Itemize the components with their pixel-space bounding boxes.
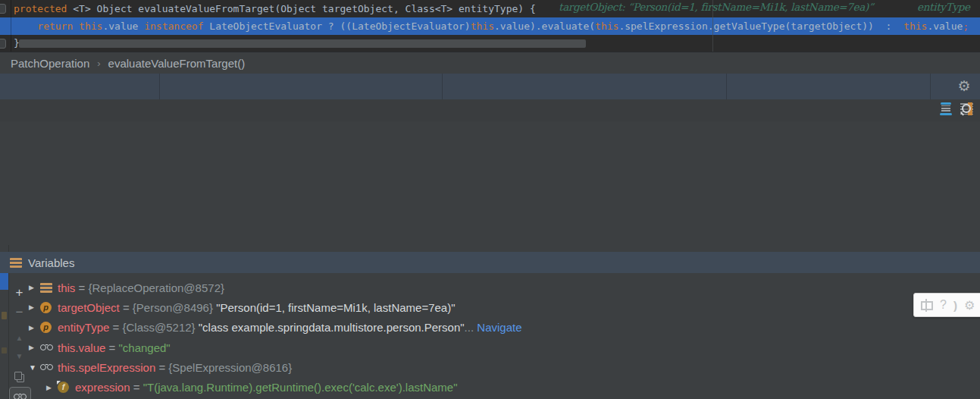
breadcrumb-item-class[interactable]: PatchOperation xyxy=(11,57,89,70)
variable-row-this[interactable]: ▶this = {ReplaceOperation@8572} xyxy=(29,278,980,297)
code-line[interactable]: } xyxy=(14,35,20,52)
variable-value: "Person(id=1, firstName=Mi1k, lastName=7… xyxy=(216,301,455,314)
variable-name: entityType xyxy=(58,321,109,334)
expand-arrow-icon[interactable]: ▶ xyxy=(46,384,58,391)
variable-row-entityType[interactable]: ▶pentityType = {Class@5212} "class examp… xyxy=(29,318,980,338)
debugger-toolbar: ⚙ xyxy=(0,74,980,99)
toolbar-divider xyxy=(159,74,160,99)
variable-value: {SpelExpression@8616} xyxy=(168,361,292,374)
toolbar-divider xyxy=(442,74,443,99)
variable-value: "T(java.lang.Runtime).getRuntime().exec(… xyxy=(143,381,458,394)
breadcrumb-item-method[interactable]: evaluateValueFromTarget() xyxy=(108,57,246,70)
inline-debugger-hint: targetObject: “Person(id=1, firstName=Mi… xyxy=(559,1,874,17)
code-token: this xyxy=(79,20,102,32)
threads-view-icon[interactable] xyxy=(939,102,953,115)
variables-tab-label: Variables xyxy=(28,256,74,269)
show-watches-toggle[interactable] xyxy=(9,387,31,399)
width-mode-moon-icon[interactable]: ) xyxy=(953,299,957,312)
variable-value: "changed" xyxy=(118,341,170,354)
inline-debugger-hint: entityType xyxy=(917,1,970,17)
code-editor: protected <T> Object evaluateValueFromTa… xyxy=(0,0,980,52)
variable-name: this xyxy=(58,281,75,294)
ime-status-bar: ? ) ⚙ xyxy=(913,293,980,317)
glasses-icon xyxy=(14,394,27,399)
variable-name: targetObject xyxy=(58,301,120,314)
code-token xyxy=(14,20,37,32)
equals-sign: = xyxy=(130,381,143,394)
code-token: .value xyxy=(927,20,963,32)
code-token: this xyxy=(903,20,927,32)
breadcrumb-separator: › xyxy=(97,58,100,69)
gutter-divider xyxy=(11,0,11,52)
code-token: instanceof xyxy=(144,20,209,32)
settings-gear-icon[interactable]: ⚙ xyxy=(954,77,974,96)
add-watch-button[interactable]: + xyxy=(10,284,29,302)
expand-arrow-icon[interactable]: ▶ xyxy=(29,303,40,311)
code-token: <T> Object evaluateValueFromTarget(Objec… xyxy=(73,3,535,14)
toolbar-divider xyxy=(726,74,727,99)
equals-sign: = xyxy=(120,301,133,314)
variable-value: ... xyxy=(465,321,474,334)
variable-value: {ReplaceOperation@8572} xyxy=(88,281,224,294)
chinese-mode-icon[interactable] xyxy=(921,301,933,310)
variable-value: {Class@5212} xyxy=(122,321,198,334)
fold-marker-icon[interactable] xyxy=(0,4,6,14)
ime-settings-gear-icon[interactable]: ⚙ xyxy=(964,298,975,313)
code-token: .value xyxy=(102,20,144,32)
equals-sign: = xyxy=(105,341,118,354)
code-token: } xyxy=(14,37,20,49)
variables-tab-header[interactable]: Variables xyxy=(0,252,980,273)
equals-sign: = xyxy=(109,321,122,334)
debugger-toolbar-secondary xyxy=(0,99,980,122)
intellij-debugger-screen: { "editor": { "lines": [ {"tokens": [ {"… xyxy=(0,0,980,399)
navigate-link[interactable]: Navigate xyxy=(474,321,521,334)
expand-arrow-icon[interactable]: ▼ xyxy=(29,363,40,372)
watch-glasses-icon xyxy=(40,344,53,350)
breadcrumb: PatchOperation › evaluateValueFromTarget… xyxy=(0,52,980,74)
copy-icon xyxy=(14,372,24,382)
code-token: this xyxy=(471,20,494,32)
final-field-icon: f xyxy=(58,382,70,393)
variables-tree: ▶this = {ReplaceOperation@8572}▶ptargetO… xyxy=(29,278,980,399)
variable-row-this-spelExpression[interactable]: ▼this.spelExpression = {SpelExpression@8… xyxy=(29,357,980,377)
variable-row-targetObject[interactable]: ▶ptargetObject = {Person@8496} "Person(i… xyxy=(29,297,980,317)
fold-marker-icon[interactable] xyxy=(0,39,6,49)
code-token: this xyxy=(595,20,618,32)
search-thread-dump-icon[interactable] xyxy=(960,102,974,115)
equals-sign: = xyxy=(155,361,168,374)
variable-value: {Person@8496} xyxy=(133,301,216,314)
toolbar-divider xyxy=(930,74,931,99)
watch-glasses-icon xyxy=(40,364,53,370)
variables-icon xyxy=(10,258,22,268)
code-token: ; xyxy=(963,20,969,32)
code-token: .spelExpression.getValueType(targetObjec… xyxy=(618,20,903,32)
equals-sign: = xyxy=(75,281,88,294)
watches-toolbar: +−▲▼ xyxy=(10,273,29,399)
variable-name: this.spelExpression xyxy=(58,361,155,374)
punctuation-mode-icon[interactable]: ? xyxy=(940,298,947,312)
code-token: protected xyxy=(14,3,73,14)
code-line[interactable]: protected <T> Object evaluateValueFromTa… xyxy=(14,1,536,17)
variables-icon xyxy=(40,283,53,293)
parameter-icon: p xyxy=(40,322,53,333)
code-token: return xyxy=(37,20,79,32)
debugger-lower-panel: Variables +−▲▼ ▶this = {ReplaceOperation… xyxy=(0,121,980,399)
variable-name: this.value xyxy=(58,341,105,354)
horizontal-scrollbar-thumb[interactable] xyxy=(19,39,586,48)
expand-arrow-icon[interactable]: ▶ xyxy=(29,324,40,331)
code-token: .value).evaluate( xyxy=(494,20,595,32)
variable-row-this-value[interactable]: ▶this.value = "changed" xyxy=(29,338,980,357)
duplicate-watch-button[interactable] xyxy=(10,368,29,386)
code-line-execution[interactable]: return this.value instanceof LateObjectE… xyxy=(14,18,969,35)
expand-arrow-icon[interactable]: ▶ xyxy=(29,284,40,291)
parameter-icon: p xyxy=(40,302,53,313)
code-token: LateObjectEvaluator ? ((LateObjectEvalua… xyxy=(209,20,470,32)
variable-row-expression[interactable]: ▶fexpression = "T(java.lang.Runtime).get… xyxy=(46,377,980,397)
variable-value: "class example.springdata.multistore.per… xyxy=(199,321,465,334)
variable-name: expression xyxy=(75,381,130,394)
remove-watch-button[interactable]: − xyxy=(10,303,29,322)
expand-arrow-icon[interactable]: ▶ xyxy=(29,344,40,351)
move-watch-down-button[interactable]: ▼ xyxy=(10,347,29,365)
move-watch-up-button[interactable]: ▲ xyxy=(10,328,29,347)
